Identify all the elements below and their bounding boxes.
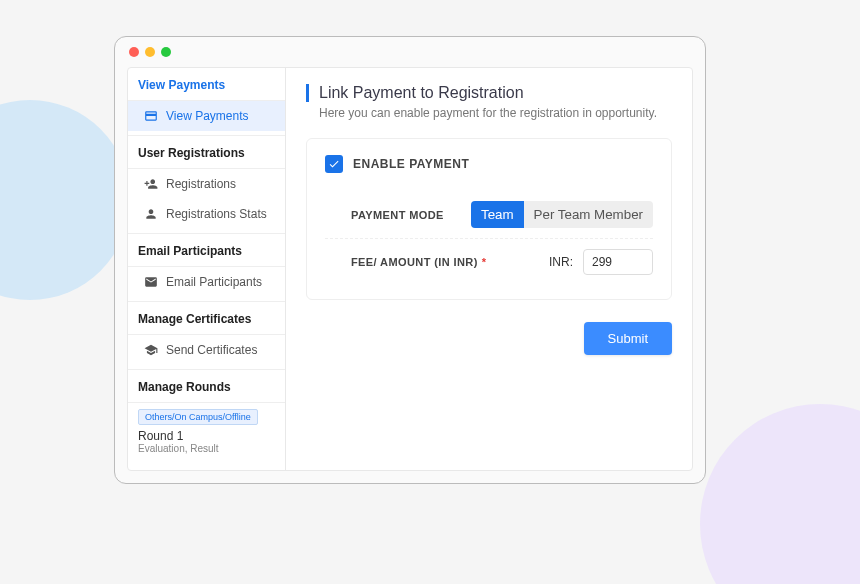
check-icon bbox=[328, 158, 340, 170]
app-window: View Payments View Payments User Registr… bbox=[114, 36, 706, 484]
round-sub: Evaluation, Result bbox=[128, 443, 285, 460]
person-add-icon bbox=[144, 177, 158, 191]
sidebar-header-user-reg: User Registrations bbox=[128, 136, 285, 169]
sidebar-item-label: Send Certificates bbox=[166, 343, 257, 357]
sidebar: View Payments View Payments User Registr… bbox=[128, 68, 286, 470]
round-tag: Others/On Campus/Offline bbox=[138, 409, 258, 425]
sidebar-item-send-certificates[interactable]: Send Certificates bbox=[128, 335, 285, 365]
bg-decor-right bbox=[700, 404, 860, 584]
minimize-dot[interactable] bbox=[145, 47, 155, 57]
sidebar-item-label: Registrations Stats bbox=[166, 207, 267, 221]
sidebar-header-payments: View Payments bbox=[128, 68, 285, 101]
round-name[interactable]: Round 1 bbox=[128, 427, 285, 443]
payment-mode-row: PAYMENT MODE Team Per Team Member bbox=[325, 191, 653, 239]
fee-input[interactable] bbox=[583, 249, 653, 275]
fee-label-text: FEE/ AMOUNT (IN INR) bbox=[351, 256, 478, 268]
close-dot[interactable] bbox=[129, 47, 139, 57]
sidebar-item-email-participants[interactable]: Email Participants bbox=[128, 267, 285, 297]
sidebar-item-label: Registrations bbox=[166, 177, 236, 191]
content-area: View Payments View Payments User Registr… bbox=[127, 67, 693, 471]
sidebar-header-rounds: Manage Rounds bbox=[128, 370, 285, 403]
fee-row: FEE/ AMOUNT (IN INR)* INR: bbox=[325, 239, 653, 285]
bg-decor-left bbox=[0, 100, 130, 300]
fee-label: FEE/ AMOUNT (IN INR)* bbox=[351, 256, 486, 268]
payment-mode-label: PAYMENT MODE bbox=[351, 209, 444, 221]
toggle-per-member[interactable]: Per Team Member bbox=[524, 201, 653, 228]
enable-payment-row: ENABLE PAYMENT bbox=[325, 155, 653, 173]
sidebar-item-label: View Payments bbox=[166, 109, 248, 123]
toggle-team[interactable]: Team bbox=[471, 201, 524, 228]
sidebar-item-view-payments[interactable]: View Payments bbox=[128, 101, 285, 131]
titlebar bbox=[115, 37, 705, 67]
payment-card: ENABLE PAYMENT PAYMENT MODE Team Per Tea… bbox=[306, 138, 672, 300]
person-icon bbox=[144, 207, 158, 221]
enable-payment-label: ENABLE PAYMENT bbox=[353, 157, 469, 171]
mail-icon bbox=[144, 275, 158, 289]
sidebar-item-registrations-stats[interactable]: Registrations Stats bbox=[128, 199, 285, 229]
payment-mode-toggle: Team Per Team Member bbox=[471, 201, 653, 228]
page-subtitle: Here you can enable payment for the regi… bbox=[306, 106, 672, 120]
fee-input-wrap: INR: bbox=[549, 249, 653, 275]
school-icon bbox=[144, 343, 158, 357]
submit-row: Submit bbox=[306, 322, 672, 355]
submit-button[interactable]: Submit bbox=[584, 322, 672, 355]
sidebar-header-certs: Manage Certificates bbox=[128, 302, 285, 335]
card-icon bbox=[144, 109, 158, 123]
maximize-dot[interactable] bbox=[161, 47, 171, 57]
page-title: Link Payment to Registration bbox=[306, 84, 672, 102]
main-panel: Link Payment to Registration Here you ca… bbox=[286, 68, 692, 470]
sidebar-header-email: Email Participants bbox=[128, 234, 285, 267]
required-mark: * bbox=[482, 256, 487, 268]
sidebar-item-label: Email Participants bbox=[166, 275, 262, 289]
inr-label: INR: bbox=[549, 255, 573, 269]
enable-payment-checkbox[interactable] bbox=[325, 155, 343, 173]
sidebar-item-registrations[interactable]: Registrations bbox=[128, 169, 285, 199]
